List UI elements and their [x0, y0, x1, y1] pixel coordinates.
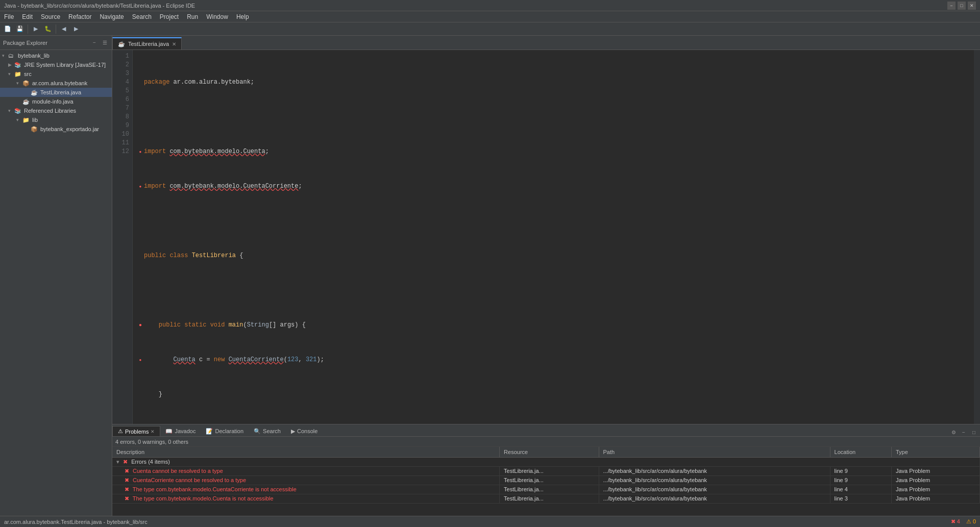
menu-item-navigate[interactable]: Navigate	[95, 11, 128, 22]
status-path: ar.com.alura.bytebank.TestLibreria.java …	[4, 519, 148, 525]
tree-label: src	[24, 71, 32, 77]
code-content[interactable]: package ar.com.alura.bytebank; ● import …	[133, 50, 974, 424]
gutter-8: ●	[137, 321, 144, 330]
panel-maximize-button[interactable]: □	[970, 428, 978, 436]
table-row[interactable]: ✖ Cuenta cannot be resolved to a type Te…	[112, 466, 980, 475]
problems-close-button[interactable]: ✕	[151, 429, 155, 434]
title-bar-controls: − □ ✕	[947, 2, 976, 10]
tree-arrow: ▾	[8, 71, 14, 77]
tree-item-testlibreria[interactable]: ▶ ☕ TestLibreria.java	[0, 88, 112, 97]
editor-tab-testlibreria[interactable]: ☕ TestLibreria.java ✕	[112, 37, 182, 49]
tree-label: JRE System Library [JavaSE-17]	[24, 62, 106, 68]
code-line-10: }	[137, 390, 970, 399]
status-right: ✖ 4 ⚠ 0	[951, 518, 976, 525]
tree-item-bytebank-lib[interactable]: ▾ 🗂 bytebank_lib	[0, 51, 112, 60]
error-group-header[interactable]: ▾ ✖ Errors (4 items)	[112, 457, 980, 466]
problems-count: 4 errors, 0 warnings, 0 others	[115, 439, 188, 445]
error-marker-3: ●	[139, 147, 142, 156]
code-line-4: ● import com.bytebank.modelo.CuentaCorri…	[137, 182, 970, 191]
editor-scrollbar[interactable]	[974, 50, 980, 424]
back-button[interactable]: ◀	[58, 23, 69, 35]
menu-item-project[interactable]: Project	[156, 11, 183, 22]
tab-close-button[interactable]: ✕	[172, 41, 176, 47]
tab-problems[interactable]: ⚠ Problems ✕	[112, 426, 160, 436]
tree-item-referenced-libraries[interactable]: ▾ 📚 Referenced Libraries	[0, 106, 112, 115]
sidebar-minimize-button[interactable]: −	[90, 39, 99, 47]
ref-libs-icon: 📚	[14, 108, 22, 114]
toolbar: 📄 💾 ▶ 🐛 ◀ ▶	[0, 22, 980, 36]
tree-arrow: ▾	[16, 81, 22, 86]
cell-location: line 3	[830, 494, 891, 503]
maximize-button[interactable]: □	[958, 2, 966, 10]
tree-item-moduleinfo[interactable]: ▶ ☕ module-info.java	[0, 97, 112, 106]
cell-resource: TestLibreria.ja...	[500, 485, 599, 494]
error-icon: ✖	[125, 468, 129, 474]
tree-label: bytebank_lib	[18, 53, 50, 59]
src-icon: 📁	[14, 71, 22, 78]
menu-item-window[interactable]: Window	[202, 11, 232, 22]
menu-item-search[interactable]: Search	[128, 11, 156, 22]
table-row[interactable]: ✖ CuentaCorriente cannot be resolved to …	[112, 475, 980, 485]
tree-item-src[interactable]: ▾ 📁 src	[0, 69, 112, 79]
run-button[interactable]: ▶	[30, 23, 41, 35]
javadoc-icon: 📖	[165, 428, 173, 435]
problems-content: Description Resource Path Location Type	[112, 447, 980, 516]
tree-arrow: ▾	[8, 108, 14, 113]
panel-minimize-button[interactable]: −	[960, 428, 968, 436]
problems-table-wrapper[interactable]: Description Resource Path Location Type	[112, 447, 980, 516]
console-label: Console	[297, 428, 317, 434]
debug-button[interactable]: 🐛	[42, 23, 54, 35]
col-description: Description	[112, 447, 500, 457]
forward-button[interactable]: ▶	[70, 23, 82, 35]
tree-label: TestLibreria.java	[40, 89, 81, 95]
minimize-button[interactable]: −	[947, 2, 955, 10]
declaration-icon: 📝	[206, 428, 213, 435]
cell-type: Java Problem	[891, 475, 979, 485]
tab-search[interactable]: 🔍 Search	[249, 426, 286, 436]
sidebar-header: Package Explorer − ☰	[0, 36, 112, 50]
project-icon: 🗂	[8, 53, 16, 59]
tree-item-jar[interactable]: ▶ 📦 bytebank_exportado.jar	[0, 124, 112, 134]
error-group-label: ▾ ✖ Errors (4 items)	[112, 457, 980, 466]
tree-label: bytebank_exportado.jar	[40, 126, 99, 132]
save-button[interactable]: 💾	[14, 23, 26, 35]
tab-javadoc[interactable]: 📖 Javadoc	[160, 426, 201, 436]
cell-path: .../bytebank_lib/src/ar/com/alura/byteba…	[599, 466, 830, 475]
menu-bar: FileEditSourceRefactorNavigateSearchProj…	[0, 11, 980, 22]
package-explorer-title: Package Explorer	[3, 40, 88, 46]
table-row[interactable]: ✖ The type com.bytebank.modelo.Cuenta is…	[112, 494, 980, 503]
menu-item-edit[interactable]: Edit	[18, 11, 37, 22]
cell-description: ✖ Cuenta cannot be resolved to a type	[112, 466, 500, 475]
menu-item-file[interactable]: File	[0, 11, 18, 22]
col-resource: Resource	[500, 447, 599, 457]
cell-type: Java Problem	[891, 466, 979, 475]
close-button[interactable]: ✕	[968, 2, 976, 10]
menu-item-run[interactable]: Run	[183, 11, 202, 22]
col-path: Path	[599, 447, 830, 457]
filter-button[interactable]: ⚙	[949, 428, 958, 436]
menu-item-source[interactable]: Source	[37, 11, 64, 22]
tree-arrow: ▶	[24, 127, 31, 132]
title-bar-title: Java - bytebank_lib/src/ar/com/alura/byt…	[4, 3, 947, 9]
tree-item-lib[interactable]: ▾ 📁 lib	[0, 115, 112, 124]
sidebar-menu-button[interactable]: ☰	[101, 39, 109, 47]
tree-item-package[interactable]: ▾ 📦 ar.com.alura.bytebank	[0, 79, 112, 88]
tab-declaration[interactable]: 📝 Declaration	[201, 426, 249, 436]
menu-item-help[interactable]: Help	[232, 11, 253, 22]
jar-icon: 📦	[31, 126, 39, 133]
tab-console[interactable]: ▶ Console	[286, 426, 323, 436]
code-line-2	[137, 113, 970, 121]
new-button[interactable]: 📄	[2, 23, 13, 35]
table-row[interactable]: ✖ The type com.bytebank.modelo.CuentaCor…	[112, 485, 980, 494]
menu-item-refactor[interactable]: Refactor	[64, 11, 95, 22]
problems-label: Problems	[125, 429, 149, 435]
cell-resource: TestLibreria.ja...	[500, 466, 599, 475]
tree-item-jre[interactable]: ▶ 📚 JRE System Library [JavaSE-17]	[0, 60, 112, 69]
console-icon: ▶	[291, 428, 295, 435]
tree-arrow: ▾	[2, 53, 8, 58]
problems-toolbar: 4 errors, 0 warnings, 0 others	[112, 437, 980, 447]
tree-label: ar.com.alura.bytebank	[32, 80, 87, 86]
tree-label-referenced: Referenced Libraries	[24, 108, 76, 114]
search-label: Search	[263, 428, 281, 434]
code-editor[interactable]: 1 2 3 4 5 6 7 8 9 10 11 12 package ar.co…	[112, 50, 980, 424]
